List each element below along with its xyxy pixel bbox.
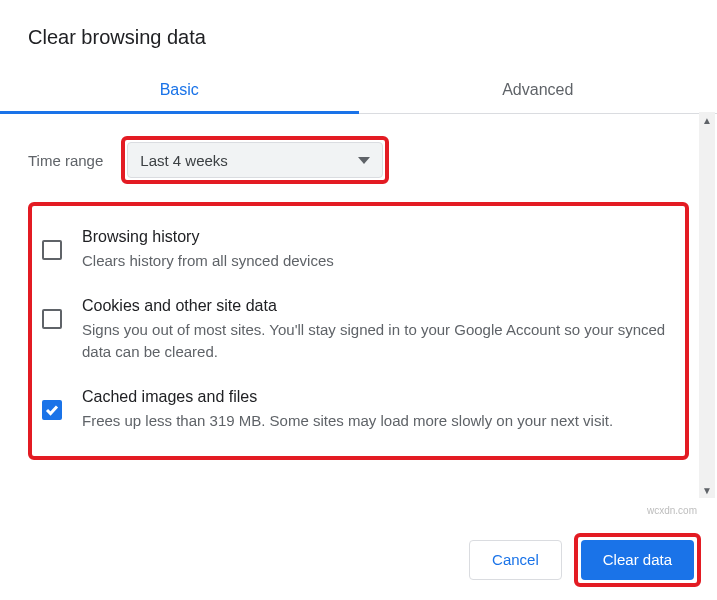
- tab-advanced[interactable]: Advanced: [359, 67, 718, 113]
- checkbox-browsing-history[interactable]: [42, 240, 62, 260]
- time-range-select[interactable]: Last 4 weeks: [127, 142, 383, 178]
- time-range-value: Last 4 weeks: [140, 152, 228, 169]
- clear-data-button-label: Clear data: [603, 551, 672, 568]
- option-desc: Signs you out of most sites. You'll stay…: [82, 319, 671, 364]
- option-texts: Cookies and other site data Signs you ou…: [82, 297, 671, 364]
- option-cache: Cached images and files Frees up less th…: [36, 376, 677, 445]
- checkmark-icon: [44, 402, 60, 418]
- time-range-row: Time range Last 4 weeks: [28, 114, 689, 202]
- options-highlight: Browsing history Clears history from all…: [28, 202, 689, 460]
- option-desc: Frees up less than 319 MB. Some sites ma…: [82, 410, 671, 433]
- dialog-body: Time range Last 4 weeks Browsing history…: [0, 114, 717, 514]
- option-browsing-history: Browsing history Clears history from all…: [36, 216, 677, 285]
- watermark: wcxdn.com: [647, 505, 697, 516]
- cancel-button[interactable]: Cancel: [469, 540, 562, 580]
- chevron-down-icon: [358, 157, 370, 164]
- dialog-title: Clear browsing data: [0, 0, 717, 67]
- clear-data-highlight: Clear data: [574, 533, 701, 587]
- option-title: Cached images and files: [82, 388, 671, 406]
- option-title: Browsing history: [82, 228, 671, 246]
- time-range-highlight: Last 4 weeks: [121, 136, 389, 184]
- option-texts: Cached images and files Frees up less th…: [82, 388, 671, 433]
- tab-advanced-label: Advanced: [502, 81, 573, 98]
- clear-data-button[interactable]: Clear data: [581, 540, 694, 580]
- checkbox-cache[interactable]: [42, 400, 62, 420]
- tab-basic-label: Basic: [160, 81, 199, 98]
- cancel-button-label: Cancel: [492, 551, 539, 568]
- checkbox-cookies[interactable]: [42, 309, 62, 329]
- time-range-label: Time range: [28, 152, 103, 169]
- option-desc: Clears history from all synced devices: [82, 250, 671, 273]
- option-title: Cookies and other site data: [82, 297, 671, 315]
- dialog-footer: Cancel Clear data: [0, 518, 717, 600]
- clear-browsing-data-dialog: Clear browsing data Basic Advanced ▲ ▼ T…: [0, 0, 717, 600]
- option-texts: Browsing history Clears history from all…: [82, 228, 671, 273]
- tabs: Basic Advanced: [0, 67, 717, 114]
- option-cookies: Cookies and other site data Signs you ou…: [36, 285, 677, 376]
- tab-basic[interactable]: Basic: [0, 67, 359, 113]
